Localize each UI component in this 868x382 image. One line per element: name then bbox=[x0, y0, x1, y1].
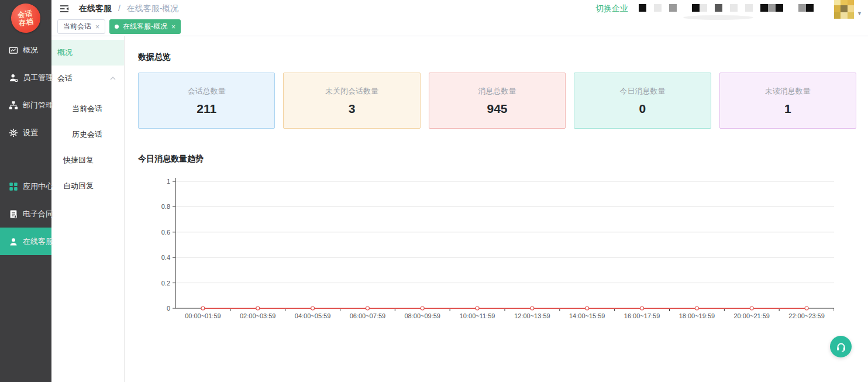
submenu-group-session[interactable]: 会话 bbox=[51, 66, 124, 91]
svg-text:22:00~23:59: 22:00~23:59 bbox=[788, 312, 824, 319]
settings-icon bbox=[9, 128, 18, 137]
overview-icon bbox=[9, 46, 18, 55]
svg-text:0: 0 bbox=[167, 305, 170, 312]
sidebar-item-label: 员工管理 bbox=[23, 73, 53, 83]
svg-text:18:00~19:59: 18:00~19:59 bbox=[679, 312, 715, 319]
submenu-item-auto-reply[interactable]: 自动回复 bbox=[51, 173, 124, 199]
chevron-down-icon[interactable]: ▼ bbox=[857, 11, 862, 19]
breadcrumb: 在线客服 / 在线客服-概况 bbox=[79, 4, 178, 14]
active-dot-icon bbox=[115, 25, 119, 29]
submenu-item-label: 会话 bbox=[57, 73, 73, 84]
stat-value: 211 bbox=[197, 102, 216, 116]
stat-card-unread-messages: 未读消息数量 1 bbox=[719, 73, 856, 129]
submenu-item-history-session[interactable]: 历史会话 bbox=[51, 122, 124, 147]
svg-text:04:00~05:59: 04:00~05:59 bbox=[295, 312, 330, 319]
sidebar-item-label: 设置 bbox=[23, 128, 38, 138]
stat-value: 3 bbox=[349, 102, 356, 116]
submenu-item-label: 自动回复 bbox=[63, 181, 94, 191]
switch-company-link[interactable]: 切换企业 bbox=[595, 4, 628, 14]
tab-current-session[interactable]: 当前会话 × bbox=[57, 19, 105, 34]
stat-label: 未关闭会话数量 bbox=[325, 86, 378, 97]
sidebar-item-label: 概况 bbox=[23, 45, 38, 56]
top-header: 在线客服 / 在线客服-概况 切换企业 ▼ bbox=[51, 0, 868, 18]
svg-text:00:00~01:59: 00:00~01:59 bbox=[185, 312, 221, 319]
stat-value: 1 bbox=[784, 102, 791, 116]
company-name-redacted bbox=[639, 2, 821, 15]
menu-fold-icon[interactable] bbox=[59, 4, 70, 14]
app-logo: 会话 存档 bbox=[0, 0, 51, 36]
sidebar-item-settings[interactable]: 设置 bbox=[0, 119, 51, 146]
stat-value: 0 bbox=[639, 102, 646, 116]
svg-text:1: 1 bbox=[167, 178, 170, 185]
stat-label: 今日消息数量 bbox=[619, 86, 665, 97]
submenu-item-label: 快捷回复 bbox=[63, 155, 94, 166]
body-row: 概况 会话 当前会话 历史会话 快捷回复 自动回复 bbox=[51, 36, 868, 382]
headset-icon bbox=[835, 341, 847, 353]
chart-section-title: 今日消息数量趋势 bbox=[138, 154, 856, 164]
sidebar-item-label: 应用中心 bbox=[23, 181, 53, 192]
submenu-spacer bbox=[51, 91, 124, 96]
stat-card-total-sessions: 会话总数量 211 bbox=[138, 73, 275, 129]
svg-text:0.4: 0.4 bbox=[161, 254, 170, 261]
submenu-item-overview[interactable]: 概况 bbox=[51, 40, 124, 66]
tab-label: 在线客服-概况 bbox=[123, 22, 167, 32]
stat-cards-row: 会话总数量 211 未关闭会话数量 3 消息总数量 945 今日消息数量 0 bbox=[138, 73, 856, 129]
sidebar-item-label: 在线客服 bbox=[23, 236, 53, 247]
logo-text-line2: 存档 bbox=[18, 17, 35, 27]
submenu-item-label: 概况 bbox=[57, 47, 73, 58]
avatar[interactable] bbox=[834, 0, 854, 19]
contract-icon bbox=[9, 209, 18, 219]
header-right-area: 切换企业 ▼ bbox=[595, 0, 868, 19]
svg-text:08:00~09:59: 08:00~09:59 bbox=[405, 312, 440, 319]
svg-text:02:00~03:59: 02:00~03:59 bbox=[240, 312, 275, 319]
breadcrumb-link-online-service[interactable]: 在线客服 bbox=[79, 4, 112, 13]
breadcrumb-current-page: 在线客服-概况 bbox=[127, 4, 179, 13]
stat-card-total-messages: 消息总数量 945 bbox=[429, 73, 566, 129]
service-icon bbox=[9, 237, 18, 246]
sidebar-item-label: 电子合同 bbox=[23, 209, 53, 219]
tab-online-service-overview[interactable]: 在线客服-概况 × bbox=[109, 19, 181, 34]
submenu-item-label: 当前会话 bbox=[72, 104, 102, 114]
submenu-item-current-session[interactable]: 当前会话 bbox=[51, 96, 124, 122]
sidebar-item-department[interactable]: 部门管理 bbox=[0, 91, 51, 119]
stat-label: 消息总数量 bbox=[478, 86, 516, 97]
stat-card-open-sessions: 未关闭会话数量 3 bbox=[283, 73, 420, 129]
sidebar-item-overview[interactable]: 概况 bbox=[0, 36, 51, 64]
department-icon bbox=[9, 101, 18, 110]
sidebar-item-label: 部门管理 bbox=[23, 100, 53, 111]
stat-label: 未读消息数量 bbox=[765, 86, 811, 97]
content-column: 在线客服 / 在线客服-概况 切换企业 ▼ 当前会话 × 在线客服-概况 × bbox=[51, 0, 868, 382]
sidebar-item-staff[interactable]: 员工管理 bbox=[0, 64, 51, 91]
sidebar-item-contract[interactable]: 电子合同 bbox=[0, 200, 51, 228]
svg-text:06:00~07:59: 06:00~07:59 bbox=[350, 312, 385, 319]
overview-section-title: 数据总览 bbox=[138, 52, 856, 63]
trend-chart: 00.20.40.60.8100:00~01:5902:00~03:5904:0… bbox=[138, 171, 834, 321]
svg-text:12:00~13:59: 12:00~13:59 bbox=[514, 312, 550, 319]
staff-icon bbox=[9, 73, 18, 82]
stat-card-today-messages: 今日消息数量 0 bbox=[574, 73, 711, 129]
logo-badge: 会话 存档 bbox=[9, 2, 42, 35]
breadcrumb-separator: / bbox=[118, 4, 120, 13]
submenu-item-label: 历史会话 bbox=[72, 129, 102, 140]
stat-value: 945 bbox=[487, 102, 507, 116]
svg-text:0.2: 0.2 bbox=[161, 280, 170, 287]
stat-label: 会话总数量 bbox=[188, 86, 226, 97]
secondary-sidebar: 概况 会话 当前会话 历史会话 快捷回复 自动回复 bbox=[51, 36, 125, 382]
svg-text:0.6: 0.6 bbox=[161, 229, 170, 236]
tab-label: 当前会话 bbox=[63, 22, 91, 32]
shadow-decoration bbox=[683, 15, 753, 20]
sidebar-item-app-center[interactable]: 应用中心 bbox=[0, 173, 51, 200]
sidebar-item-online-service[interactable]: 在线客服 bbox=[0, 228, 51, 255]
app-root: 会话 存档 概况 员工管理 部门管理 设置 应用中心 电子合同 bbox=[0, 0, 868, 382]
chevron-up-icon bbox=[110, 77, 116, 80]
svg-text:10:00~11:59: 10:00~11:59 bbox=[460, 312, 495, 319]
svg-text:20:00~21:59: 20:00~21:59 bbox=[734, 312, 770, 319]
customer-service-fab[interactable] bbox=[830, 336, 852, 357]
svg-text:14:00~15:59: 14:00~15:59 bbox=[569, 312, 605, 319]
svg-text:0.8: 0.8 bbox=[161, 203, 170, 210]
submenu-item-quick-reply[interactable]: 快捷回复 bbox=[51, 147, 124, 173]
close-icon[interactable]: × bbox=[171, 23, 175, 31]
svg-text:16:00~17:59: 16:00~17:59 bbox=[624, 312, 660, 319]
tab-bar: 当前会话 × 在线客服-概况 × bbox=[51, 18, 868, 36]
close-icon[interactable]: × bbox=[95, 23, 99, 31]
